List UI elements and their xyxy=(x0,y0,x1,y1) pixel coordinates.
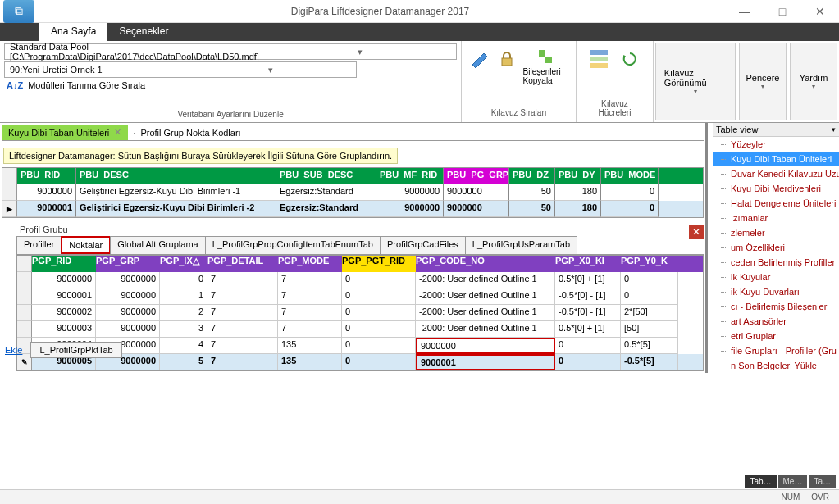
mini-tab[interactable]: Tab… xyxy=(745,475,776,488)
tree-item[interactable]: Halat Dengeleme Üniteleri xyxy=(713,196,839,211)
col-pbu-desc[interactable]: PBU_DESC xyxy=(76,168,276,184)
breadcrumb-item[interactable]: Profil Grup Nokta Kodları xyxy=(140,128,240,138)
cell-mode[interactable]: 135 xyxy=(278,354,342,370)
inner-tab[interactable]: ProfilGrpCadFiles xyxy=(380,236,466,254)
cell-rid[interactable]: 9000001 xyxy=(32,288,96,305)
doc-tab-pit-units[interactable]: Kuyu Dibi Taban Üniteleri ✕ xyxy=(2,125,128,140)
cell-x0[interactable]: 0.5*[0] + [1] xyxy=(555,272,621,288)
cell-x0[interactable]: 0 xyxy=(555,338,621,354)
cell-detail[interactable]: 7 xyxy=(207,305,278,321)
table-row[interactable]: 9000003 9000000 3 7 7 0 -2000: User defi… xyxy=(17,321,703,338)
tab-home[interactable]: Ana Sayfa xyxy=(39,23,107,41)
pbu-grid[interactable]: PBU_RID PBU_DESC PBU_SUB_DESC PBU_MF_RID… xyxy=(2,167,704,218)
cell-y0[interactable]: 0 xyxy=(621,288,678,305)
guide-view-button[interactable]: Kılavuz Görünümü ▾ xyxy=(655,43,736,120)
col-pbu-pg-grp[interactable]: PBU_PG_GRP xyxy=(444,168,509,184)
chevron-down-icon[interactable]: ▾ xyxy=(259,47,456,57)
tree-item[interactable]: um Özellikleri xyxy=(713,240,839,255)
help-button[interactable]: Yardım ▾ xyxy=(790,43,837,120)
table-row[interactable]: 9000000 Geliştirici Egzersiz-Kuyu Dibi B… xyxy=(2,184,703,201)
table-view-panel[interactable]: Table view ▾ YüzeylerKuyu Dibi Taban Üni… xyxy=(705,123,839,373)
cell-mf[interactable]: 9000000 xyxy=(376,184,444,201)
cell-rid[interactable]: 9000003 xyxy=(32,321,96,338)
cell-mode[interactable]: 7 xyxy=(278,272,342,288)
cell-pgt[interactable]: 0 xyxy=(342,288,416,305)
maximize-button[interactable]: □ xyxy=(764,0,801,23)
cell-rid[interactable]: 9000001 xyxy=(17,201,76,217)
table-icon[interactable] xyxy=(587,48,610,70)
cell-pg[interactable]: 9000000 xyxy=(444,184,509,201)
chevron-down-icon[interactable]: ▾ xyxy=(832,125,836,134)
cell-grp[interactable]: 9000000 xyxy=(96,305,160,321)
table-row[interactable]: 9000002 9000000 2 7 7 0 -2000: User defi… xyxy=(17,305,703,321)
cell-detail[interactable]: 7 xyxy=(207,288,278,305)
col-pgp-code-no[interactable]: PGP_CODE_NO xyxy=(416,256,555,272)
cell-pgt[interactable]: 0 xyxy=(342,321,416,338)
cell-dz[interactable]: 50 xyxy=(509,184,555,201)
tree-item[interactable]: Duvar Kenedi Kılavuzu Uzunlu xyxy=(713,166,839,181)
cell-code[interactable]: 9000000 xyxy=(416,338,555,354)
col-pbu-mode[interactable]: PBU_MODE xyxy=(601,168,659,184)
cell-mf[interactable]: 9000000 xyxy=(376,201,444,217)
col-pgp-detail[interactable]: PGP_DETAIL xyxy=(207,256,278,272)
close-icon[interactable]: ✕ xyxy=(689,225,704,239)
cell-code[interactable]: 9000001 xyxy=(416,354,555,370)
cell-ix[interactable]: 2 xyxy=(160,305,207,321)
cell-code[interactable]: -2000: User defined Outline 1 xyxy=(416,305,555,321)
tab-name-badge[interactable]: L_ProfilGrpPktTab xyxy=(30,342,121,358)
col-pbu-sub-desc[interactable]: PBU_SUB_DESC xyxy=(276,168,376,184)
cell-rid[interactable]: 9000002 xyxy=(32,305,96,321)
cell-x0[interactable]: 0.5*[0] + [1] xyxy=(555,321,621,338)
cell-y0[interactable]: 0 xyxy=(621,272,678,288)
cell-code[interactable]: -2000: User defined Outline 1 xyxy=(416,321,555,338)
cell-mode[interactable]: 0 xyxy=(601,184,659,201)
chevron-down-icon[interactable]: ▾ xyxy=(180,65,356,75)
inner-tab[interactable]: Noktalar xyxy=(61,236,111,254)
cell-dz[interactable]: 50 xyxy=(509,201,555,217)
mini-tab[interactable]: Ta… xyxy=(809,475,836,488)
cell-grp[interactable]: 9000000 xyxy=(96,272,160,288)
tree-item[interactable]: zlemeler xyxy=(713,225,839,240)
col-pgp-pgt-rid[interactable]: PGP_PGT_RID xyxy=(342,256,416,272)
cell-pg[interactable]: 9000000 xyxy=(444,201,509,217)
cell-mode[interactable]: 7 xyxy=(278,288,342,305)
lock-icon[interactable] xyxy=(499,48,515,70)
col-pgp-x0[interactable]: PGP_X0_KI xyxy=(555,256,621,272)
col-pgp-ix[interactable]: PGP_IX△ xyxy=(160,256,207,272)
app-icon[interactable]: ⧉ xyxy=(3,0,34,23)
col-pgp-grp[interactable]: PGP_GRP xyxy=(96,256,160,272)
col-pgp-rid[interactable]: PGP_RID xyxy=(32,256,96,272)
cell-ix[interactable]: 5 xyxy=(160,354,207,370)
cell-detail[interactable]: 7 xyxy=(207,338,278,354)
copy-components-button[interactable]: Bileşenleri Kopyala xyxy=(523,48,569,85)
cell-ix[interactable]: 3 xyxy=(160,321,207,338)
tree-item[interactable]: art Asansörler xyxy=(713,314,839,329)
add-button[interactable]: Ekle xyxy=(5,345,22,355)
mini-tab[interactable]: Me… xyxy=(778,475,808,488)
sort-label[interactable]: Modülleri Tanıma Göre Sırala xyxy=(28,80,145,90)
table-row[interactable]: 9000001 9000000 1 7 7 0 -2000: User defi… xyxy=(17,288,703,305)
cell-pgt[interactable]: 0 xyxy=(342,272,416,288)
cell-desc[interactable]: Geliştirici Egzersiz-Kuyu Dibi Birimleri… xyxy=(76,184,276,201)
cell-sub[interactable]: Egzersiz:Standard xyxy=(276,201,376,217)
tree-item[interactable]: ik Kuyu Duvarları xyxy=(713,284,839,299)
cell-code[interactable]: -2000: User defined Outline 1 xyxy=(416,288,555,305)
table-row[interactable]: 9000000 9000000 0 7 7 0 -2000: User defi… xyxy=(17,272,703,288)
datapool-combo[interactable]: Standard Data Pool [C:\ProgramData\DigiP… xyxy=(4,43,457,60)
table-row[interactable]: ▶ 9000001 Geliştirici Egzersiz-Kuyu Dibi… xyxy=(2,201,703,217)
cell-code[interactable]: -2000: User defined Outline 1 xyxy=(416,272,555,288)
tree-item[interactable]: ceden Belirlenmiş Profiller xyxy=(713,255,839,270)
cell-pgt[interactable]: 0 xyxy=(342,338,416,354)
cell-x0[interactable]: -0.5*[0] - [1] xyxy=(555,305,621,321)
col-pbu-rid[interactable]: PBU_RID xyxy=(17,168,76,184)
cell-y0[interactable]: [50] xyxy=(621,321,678,338)
cell-sub[interactable]: Egzersiz:Standard xyxy=(276,184,376,201)
inner-tab[interactable]: L_ProfilGrpPropConfigItemTabEnumTab xyxy=(205,236,381,254)
tree-item[interactable]: file Grupları - Profiller (Gru xyxy=(713,343,839,358)
tree-item[interactable]: Yüzeyler xyxy=(713,137,839,152)
tree-item[interactable]: Kuyu Dibi Taban Üniteleri xyxy=(713,152,839,166)
window-button[interactable]: Pencere ▾ xyxy=(739,43,787,120)
cell-rid[interactable]: 9000000 xyxy=(32,272,96,288)
cell-mode[interactable]: 135 xyxy=(278,338,342,354)
tree-item[interactable]: cı - Belirlemiş Bileşenler xyxy=(713,299,839,314)
